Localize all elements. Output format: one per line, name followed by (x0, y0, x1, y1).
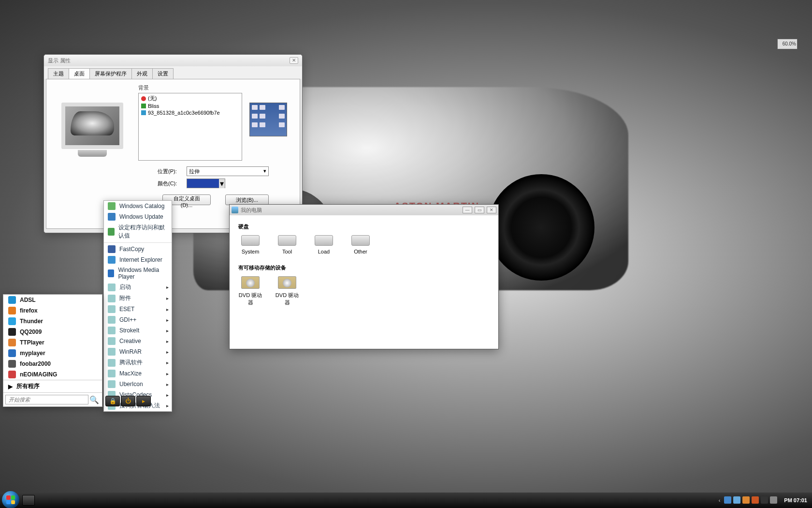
tray-icon-2[interactable] (742, 496, 750, 504)
tray-icon-1[interactable] (733, 496, 740, 504)
wallpaper-item-bliss: Bliss (140, 103, 241, 109)
tray-icon-3[interactable] (752, 496, 759, 504)
search-input[interactable] (5, 395, 88, 404)
tab-desktop[interactable]: 桌面 (69, 68, 90, 79)
menu-Windows Catalog[interactable]: Windows Catalog (104, 201, 172, 211)
position-select[interactable]: 拉伸▾ (187, 166, 269, 176)
pinned-myplayer[interactable]: myplayer (3, 348, 102, 359)
pinned-foobar2000[interactable]: foobar2000 (3, 359, 102, 369)
folder-icon (108, 256, 116, 264)
drive-system[interactable]: System (238, 235, 262, 254)
menu-启动[interactable]: 启动 (104, 282, 172, 293)
hard-disk-header: 硬盘 (238, 223, 490, 230)
wallpaper-wheel-front (488, 174, 594, 281)
removable-header: 有可移动存储的设备 (238, 264, 490, 271)
menu-ESET[interactable]: ESET (104, 304, 172, 314)
folder-icon (108, 380, 116, 388)
start-button[interactable] (2, 491, 19, 508)
tab-screensaver[interactable]: 屏幕保护程序 (89, 68, 132, 79)
image-icon (141, 104, 146, 108)
folder-icon (108, 359, 116, 367)
tray-expand-icon[interactable]: ‹ (719, 497, 721, 503)
drive-other[interactable]: Other (348, 235, 373, 254)
browse-button[interactable]: 浏览(B)... (225, 194, 269, 205)
computer-icon (232, 207, 238, 213)
color-label: 颜色(C): (158, 180, 177, 187)
menu-腾讯软件[interactable]: 腾讯软件 (104, 357, 172, 368)
none-icon (141, 96, 146, 101)
pinned-ttplayer[interactable]: TTPlayer (3, 337, 102, 348)
window-titlebar[interactable]: 我的电脑 — ▭ ✕ (230, 205, 498, 215)
folder-icon (108, 327, 116, 334)
removable-drives: DVD 驱动器 DVD 驱动器 (238, 276, 490, 306)
window-body: 硬盘 System Tool Load Other 有可移动存储的设备 DVD … (230, 215, 498, 321)
quicklaunch-show-desktop[interactable] (22, 495, 35, 506)
menu-UberIcon[interactable]: UberIcon (104, 379, 172, 389)
app-icon (8, 339, 16, 346)
position-label: 位置(P): (158, 168, 177, 175)
maximize-button[interactable]: ▭ (475, 207, 484, 213)
folder-icon (108, 305, 116, 313)
wallpaper-item-none: (无) (140, 94, 241, 103)
arrow-right-icon: ▶ (8, 383, 13, 390)
folder-icon (108, 370, 116, 377)
dialog-titlebar[interactable]: 显示 属性 ✕ (44, 55, 302, 66)
app-icon (8, 371, 16, 378)
menu-FastCopy[interactable]: FastCopy (104, 244, 172, 254)
menu-MacXize[interactable]: MacXize (104, 368, 172, 379)
minimize-button[interactable]: — (463, 207, 472, 213)
menu-附件[interactable]: 附件 (104, 293, 172, 304)
battery-widget: 60.0% (777, 39, 798, 49)
start-search: 🔍 (3, 392, 102, 406)
monitor-preview (56, 103, 129, 161)
menu-StrokeIt[interactable]: StrokeIt (104, 325, 172, 336)
menu-Windows Media Player[interactable]: Windows Media Player (104, 265, 172, 282)
pinned-thunder[interactable]: Thunder (3, 316, 102, 327)
search-icon[interactable]: 🔍 (88, 395, 100, 404)
menu-Internet Explorer[interactable]: Internet Explorer (104, 254, 172, 265)
folder-icon (108, 269, 114, 277)
hard-drives: System Tool Load Other (238, 235, 490, 254)
folder-icon (108, 213, 116, 221)
app-icon (8, 360, 16, 368)
menu-GDI++[interactable]: GDI++ (104, 314, 172, 325)
drive-load[interactable]: Load (312, 235, 336, 254)
menu-WinRAR[interactable]: WinRAR (104, 346, 172, 357)
menu-Creative[interactable]: Creative (104, 336, 172, 346)
wallpaper-list[interactable]: (无) Bliss 93_851328_a1c0c3e6690fb7e (138, 93, 242, 161)
tab-theme[interactable]: 主题 (48, 68, 69, 79)
tray-icon-4[interactable] (761, 496, 768, 504)
dialog-title: 显示 属性 (48, 57, 71, 64)
dvd-drive-2[interactable]: DVD 驱动器 (275, 276, 299, 306)
folder-icon (108, 202, 116, 210)
menu-Windows Update[interactable]: Windows Update (104, 211, 172, 222)
tray-icon-0[interactable] (724, 496, 731, 504)
color-select[interactable]: ▾ (187, 179, 225, 188)
programs-submenu: Windows CatalogWindows Update设定程序访问和默认值F… (103, 200, 172, 412)
drive-tool[interactable]: Tool (275, 235, 299, 254)
pinned-neoimaging[interactable]: nEOiMAGING (3, 369, 102, 380)
tab-appearance[interactable]: 外观 (131, 68, 153, 79)
start-menu: ADSLfirefoxThunderQQ2009TTPlayermyplayer… (3, 294, 102, 407)
menu-设定程序访问和默认值[interactable]: 设定程序访问和默认值 (104, 222, 172, 241)
all-programs[interactable]: ▶ 所有程序 (3, 380, 102, 392)
power-button[interactable]: ⏻ (121, 396, 135, 406)
dvd-drive-1[interactable]: DVD 驱动器 (238, 276, 262, 306)
pinned-firefox[interactable]: firefox (3, 305, 102, 316)
tray-icon-5[interactable] (770, 496, 777, 504)
pinned-qq2009[interactable]: QQ2009 (3, 327, 102, 337)
desktop-icons-preview (249, 103, 287, 136)
app-icon (8, 307, 16, 314)
lock-button[interactable]: 🔒 (105, 396, 120, 406)
close-button[interactable]: ✕ (487, 207, 496, 213)
power-buttons: 🔒 ⏻ ▸ (105, 396, 151, 406)
shutdown-options[interactable]: ▸ (136, 396, 151, 406)
folder-icon (108, 295, 116, 302)
tab-settings[interactable]: 设置 (152, 68, 174, 79)
folder-icon (108, 245, 116, 253)
taskbar: ‹ PM 07:01 (0, 493, 812, 508)
close-button[interactable]: ✕ (290, 57, 298, 64)
image-icon (141, 110, 146, 115)
taskbar-clock[interactable]: PM 07:01 (784, 497, 807, 503)
pinned-adsl[interactable]: ADSL (3, 295, 102, 305)
